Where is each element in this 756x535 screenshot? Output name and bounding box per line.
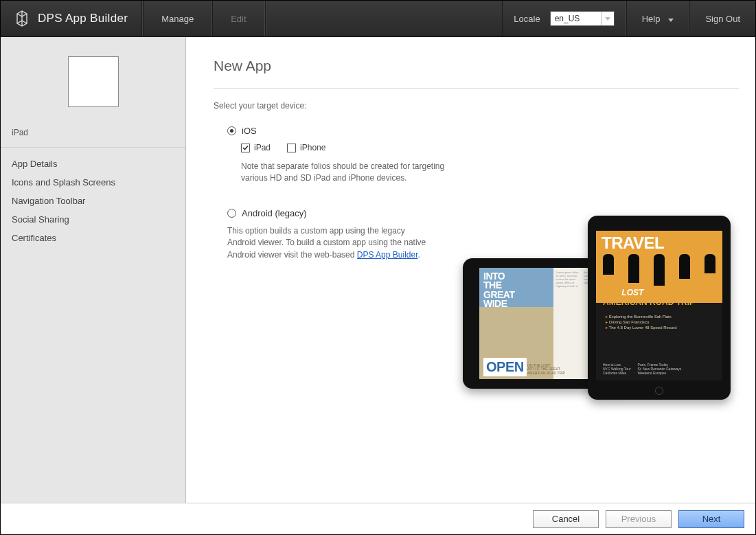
sidebar-item-app-details[interactable]: App Details <box>1 155 185 173</box>
radio-ios[interactable] <box>227 126 236 135</box>
device-preview: INTO THE GREAT WIDE OPEN ON THE LOST ART… <box>463 216 737 415</box>
sidebar-title: iPad <box>1 119 185 148</box>
cancel-button[interactable]: Cancel <box>533 510 599 528</box>
chevron-down-icon <box>668 14 674 24</box>
title-bar: DPS App Builder Manage Edit Locale en_US… <box>1 1 755 37</box>
sign-out-button[interactable]: Sign Out <box>689 1 755 36</box>
main-panel: New App Select your target device: iOS i… <box>186 37 755 503</box>
dps-app-builder-link[interactable]: DPS App Builder <box>357 250 418 260</box>
app-logo-icon <box>14 10 30 27</box>
ipad-portrait-preview: TRAVEL THE LOST ART OF THE AMERICAN ROAD… <box>588 216 731 400</box>
app-thumbnail[interactable] <box>68 56 119 107</box>
checkbox-iphone-label: iPhone <box>300 143 325 152</box>
next-button[interactable]: Next <box>678 510 744 528</box>
page-subtitle: Select your target device: <box>214 101 739 111</box>
sidebar-item-icons-splash[interactable]: Icons and Splash Screens <box>1 173 185 192</box>
locale-section: Locale en_US <box>502 1 626 36</box>
ios-note: Note that separate folios should be crea… <box>241 161 468 185</box>
help-label: Help <box>642 14 661 24</box>
android-note: This option builds a custom app using th… <box>227 225 426 261</box>
page-title: New App <box>214 58 739 74</box>
help-menu[interactable]: Help <box>626 1 690 36</box>
radio-android[interactable] <box>227 209 236 218</box>
radio-ios-label: iOS <box>242 126 257 136</box>
chevron-down-icon <box>602 12 614 25</box>
checkbox-ipad[interactable] <box>241 144 250 152</box>
menu-manage[interactable]: Manage <box>143 1 212 36</box>
checkbox-ipad-label: iPad <box>254 143 271 152</box>
sidebar: iPad App Details Icons and Splash Screen… <box>1 37 186 503</box>
previous-button: Previous <box>606 510 672 528</box>
footer: Cancel Previous Next <box>1 503 755 534</box>
sidebar-item-social-sharing[interactable]: Social Sharing <box>1 210 185 229</box>
app-name: DPS App Builder <box>38 12 128 25</box>
home-button-icon <box>655 387 663 395</box>
checkbox-iphone[interactable] <box>287 144 296 152</box>
locale-select[interactable]: en_US <box>550 11 615 26</box>
sidebar-item-certificates[interactable]: Certificates <box>1 229 185 247</box>
radio-android-label: Android (legacy) <box>242 208 307 218</box>
locale-value: en_US <box>555 14 580 23</box>
locale-label: Locale <box>514 14 540 24</box>
menu-edit: Edit <box>212 1 264 36</box>
app-brand: DPS App Builder <box>1 1 141 36</box>
sidebar-item-nav-toolbar[interactable]: Navigation Toolbar <box>1 192 185 210</box>
